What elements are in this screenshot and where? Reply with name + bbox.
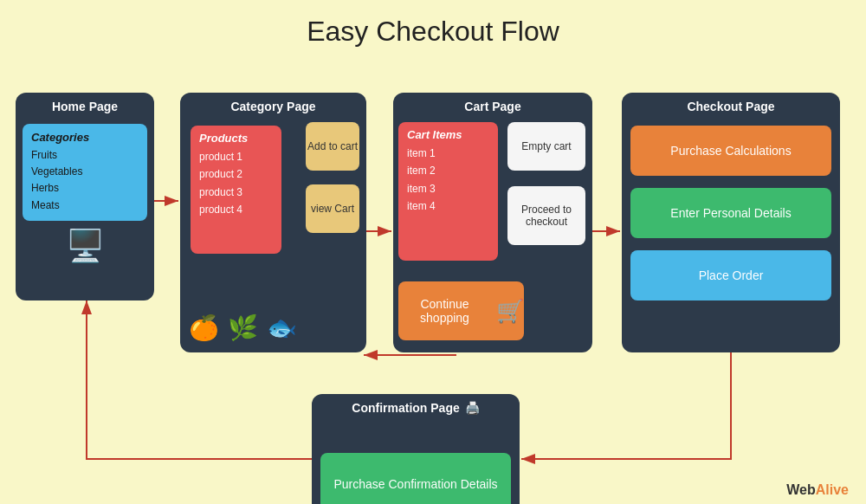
home-cat-meats: Meats [31,197,139,214]
product-1: product 1 [199,148,273,165]
home-categories-box: Categories Fruits Vegetables Herbs Meats [23,124,147,221]
cart-icon: 🛒 [496,298,524,325]
home-cat-vegetables: Vegetables [31,164,139,180]
confirmation-page-card: Confirmation Page 🖨️ Purchase Confirmati… [312,394,520,504]
products-title: Products [199,132,273,145]
category-page-card: Category Page Products product 1 product… [180,93,366,352]
continue-shopping-button[interactable]: Continue shopping 🛒 [398,281,524,340]
webalive-web: Web [786,482,815,497]
purchase-confirmation-details-button[interactable]: Purchase Confirmation Details [320,453,511,504]
home-card-title: Home Page [16,93,154,119]
fish-emoji: 🐟 [267,313,297,342]
cart-page-card: Cart Page Cart Items item 1 item 2 item … [393,93,592,352]
view-cart-button[interactable]: view Cart [306,184,359,233]
webalive-logo: WebAlive [786,482,849,498]
proceed-to-checkout-button[interactable]: Proceed to checkout [507,186,585,245]
cart-items-box: Cart Items item 1 item 2 item 3 item 4 [398,122,498,261]
home-cat-herbs: Herbs [31,180,139,197]
continue-shopping-label: Continue shopping [398,297,491,325]
products-box: Products product 1 product 2 product 3 p… [191,126,281,254]
enter-personal-details-button[interactable]: Enter Personal Details [630,188,831,238]
confirmation-card-title: Confirmation Page 🖨️ [312,394,520,420]
category-card-title: Category Page [180,93,366,119]
confirmation-title-text: Confirmation Page [352,401,459,415]
home-categories-title: Categories [31,131,139,144]
cart-item-4: item 4 [407,197,489,215]
emoji-row: 🍊 🌿 🐟 [189,313,297,342]
product-2: product 2 [199,165,273,183]
product-4: product 4 [199,201,273,218]
page-title: Easy Checkout Flow [0,0,866,58]
checkout-card-title: Checkout Page [622,93,840,119]
cart-item-1: item 1 [407,145,489,162]
checkout-page-card: Checkout Page Purchase Calculations Ente… [622,93,840,352]
cart-item-2: item 2 [407,162,489,179]
home-page-card: Home Page Categories Fruits Vegetables H… [16,93,154,300]
cart-item-3: item 3 [407,180,489,197]
printer-icon: 🖨️ [465,401,480,415]
home-cat-fruits: Fruits [31,147,139,164]
fruit-emoji: 🍊 [189,313,219,342]
cart-items-title: Cart Items [407,128,489,141]
diagram-area: Home Page Categories Fruits Vegetables H… [0,58,866,504]
add-to-cart-button[interactable]: Add to cart [306,122,359,171]
herb-emoji: 🌿 [228,313,258,342]
purchase-calculations-button[interactable]: Purchase Calculations [630,126,831,176]
cart-card-title: Cart Page [393,93,592,119]
webalive-alive: Alive [816,482,849,497]
place-order-button[interactable]: Place Order [630,250,831,300]
empty-cart-button[interactable]: Empty cart [507,122,585,171]
product-3: product 3 [199,184,273,201]
monitor-icon: 🖥️ [16,228,154,264]
